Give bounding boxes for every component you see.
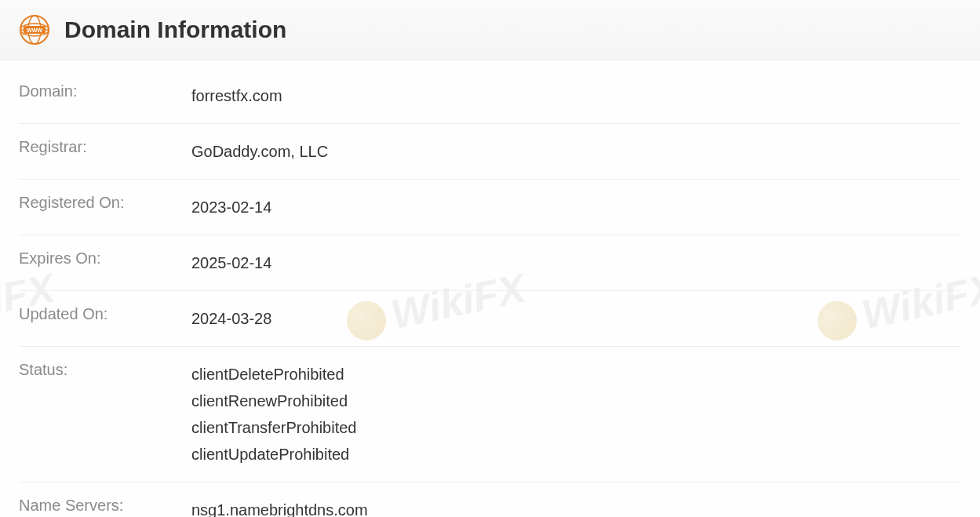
status-line: clientTransferProhibited: [191, 414, 356, 441]
status-line: clientUpdateProhibited: [191, 441, 356, 468]
panel-title: Domain Information: [64, 16, 286, 43]
label-expires-on: Expires On:: [19, 249, 191, 268]
value-status: clientDeleteProhibited clientRenewProhib…: [191, 361, 356, 468]
status-line: clientDeleteProhibited: [191, 361, 356, 388]
value-expires-on: 2025-02-14: [191, 249, 271, 276]
row-updated-on: Updated On: 2024-03-28: [19, 291, 961, 347]
name-server-line: nsg1.namebrightdns.com: [191, 497, 368, 517]
domain-info-panel: WWW Domain Information Domain: forrestfx…: [0, 0, 980, 517]
label-domain: Domain:: [19, 82, 191, 100]
label-status: Status:: [19, 361, 191, 379]
status-line: clientRenewProhibited: [191, 388, 356, 414]
value-name-servers: nsg1.namebrightdns.com nsg2.namebrightdn…: [191, 497, 368, 517]
row-registrar: Registrar: GoDaddy.com, LLC: [19, 124, 961, 180]
row-name-servers: Name Servers: nsg1.namebrightdns.com nsg…: [19, 482, 961, 517]
label-registrar: Registrar:: [19, 138, 191, 156]
value-domain: forrestfx.com: [191, 82, 282, 109]
row-expires-on: Expires On: 2025-02-14: [19, 235, 961, 291]
row-status: Status: clientDeleteProhibited clientRen…: [19, 347, 961, 482]
row-registered-on: Registered On: 2023-02-14: [19, 180, 961, 235]
value-registrar: GoDaddy.com, LLC: [191, 138, 328, 165]
label-name-servers: Name Servers:: [19, 497, 191, 515]
panel-header: WWW Domain Information: [0, 0, 980, 60]
panel-content: Domain: forrestfx.com Registrar: GoDaddy…: [0, 60, 980, 517]
value-updated-on: 2024-03-28: [191, 305, 271, 332]
label-updated-on: Updated On:: [19, 305, 191, 323]
row-domain: Domain: forrestfx.com: [19, 68, 961, 124]
svg-text:WWW: WWW: [27, 27, 42, 33]
value-registered-on: 2023-02-14: [191, 194, 271, 220]
www-icon: WWW: [19, 14, 50, 46]
label-registered-on: Registered On:: [19, 194, 191, 212]
